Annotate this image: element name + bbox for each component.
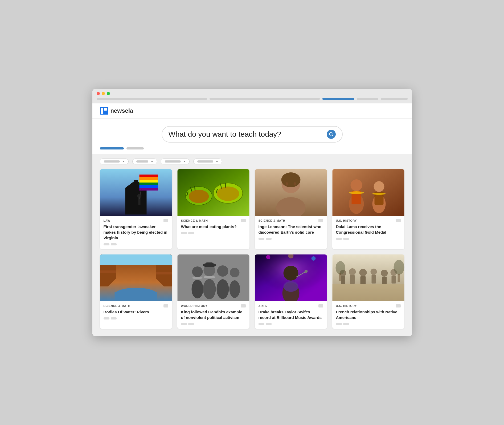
nav-bar-active[interactable]	[322, 98, 354, 100]
card-5[interactable]: SCIENCE & MATH Bodies Of Water: Rivers	[100, 254, 172, 329]
svg-rect-63	[206, 262, 212, 266]
card-8-body: U.S. HISTORY French relationships with N…	[332, 301, 404, 329]
svg-rect-2	[104, 108, 107, 111]
chevron-down-icon-3	[183, 161, 186, 162]
footer-bar-4b	[343, 238, 349, 240]
card-4[interactable]: U.S. HISTORY Dalai Lama receives the Con…	[332, 169, 404, 249]
svg-rect-36	[332, 169, 404, 216]
browser-chrome	[92, 89, 412, 103]
card-2-svg	[177, 169, 249, 216]
maximize-dot[interactable]	[107, 92, 110, 95]
chevron-down-icon-2	[151, 161, 153, 162]
card-5-footer	[104, 317, 168, 319]
filter-dropdown-3[interactable]	[161, 159, 190, 164]
svg-point-37	[350, 179, 362, 191]
svg-point-55	[191, 280, 203, 298]
svg-rect-12	[139, 183, 158, 185]
svg-rect-6	[125, 188, 146, 214]
card-3-footer	[259, 238, 323, 240]
filter-dropdown-2[interactable]	[132, 159, 157, 164]
card-6-badge	[241, 304, 246, 307]
svg-rect-92	[398, 274, 400, 282]
svg-point-72	[283, 281, 298, 292]
card-4-footer	[336, 238, 401, 240]
svg-rect-51	[100, 270, 116, 273]
card-8-footer	[336, 323, 401, 325]
card-8-badge	[396, 304, 401, 307]
footer-bar-1b	[111, 243, 117, 245]
card-3[interactable]: SCIENCE & MATH Inge Lehmann: The scienti…	[255, 169, 327, 249]
card-2[interactable]: SCIENCE & MATH What are meat-eating plan…	[177, 169, 249, 249]
card-6-image	[177, 254, 249, 301]
card-2-title: What are meat-eating plants?	[181, 224, 246, 229]
svg-point-89	[335, 261, 345, 274]
svg-rect-8	[134, 180, 138, 188]
chevron-down-icon-4	[216, 161, 218, 162]
card-1-badge	[163, 219, 168, 222]
svg-rect-86	[382, 277, 387, 284]
footer-bar-8a	[336, 323, 342, 325]
card-2-image	[177, 169, 249, 216]
filter-dropdown-4[interactable]	[193, 159, 222, 164]
svg-point-73	[266, 255, 270, 259]
card-4-image	[332, 169, 404, 216]
svg-point-57	[203, 279, 216, 299]
svg-point-33	[281, 172, 300, 187]
svg-point-59	[216, 279, 229, 299]
browser-nav	[97, 98, 408, 100]
svg-point-35	[293, 182, 296, 185]
svg-point-60	[230, 268, 239, 277]
card-6[interactable]: WORLD HISTORY King followed Gandhi's exa…	[177, 254, 249, 329]
search-bar[interactable]: What do you want to teach today?	[162, 126, 343, 143]
logo[interactable]: newsela	[100, 107, 133, 115]
svg-point-83	[370, 269, 377, 275]
filter-label-2	[136, 160, 148, 163]
card-6-footer	[181, 323, 246, 325]
filter-dropdown-1[interactable]	[100, 159, 129, 164]
browser-dots	[97, 92, 408, 95]
footer-bar-8b	[343, 323, 349, 325]
svg-point-43	[349, 191, 364, 194]
svg-point-54	[192, 266, 203, 277]
svg-rect-9	[139, 175, 158, 177]
footer-bar-7b	[266, 323, 272, 325]
card-7-body: ARTS Drake breaks Taylor Swift's record …	[255, 301, 327, 329]
svg-rect-14	[139, 188, 158, 191]
card-8-category: U.S. HISTORY	[336, 304, 401, 307]
card-6-svg	[177, 254, 249, 301]
nav-bar-3	[357, 98, 378, 100]
card-3-category: SCIENCE & MATH	[259, 219, 323, 222]
tab-inactive[interactable]	[126, 147, 144, 149]
tab-active[interactable]	[100, 147, 124, 149]
svg-point-79	[349, 268, 356, 275]
card-1-footer	[104, 243, 168, 245]
footer-bar-4a	[336, 238, 342, 240]
nav-bar-4	[381, 98, 408, 100]
close-dot[interactable]	[97, 92, 100, 95]
card-5-title: Bodies Of Water: Rivers	[104, 309, 168, 315]
card-1[interactable]: LAW First transgender lawmaker makes his…	[100, 169, 172, 249]
minimize-dot[interactable]	[102, 92, 105, 95]
card-7-title: Drake breaks Taylor Swift's record at Bi…	[259, 309, 323, 320]
svg-rect-82	[360, 276, 366, 284]
svg-point-74	[311, 256, 315, 261]
svg-point-85	[381, 270, 388, 277]
card-3-svg	[255, 169, 327, 216]
svg-rect-10	[139, 177, 158, 180]
card-7[interactable]: ARTS Drake breaks Taylor Swift's record …	[255, 254, 327, 329]
card-3-image	[255, 169, 327, 216]
card-5-image	[100, 254, 172, 301]
card-5-svg	[100, 254, 172, 301]
card-7-footer	[259, 323, 323, 325]
card-6-category: WORLD HISTORY	[181, 304, 246, 307]
svg-point-68	[283, 266, 298, 281]
search-icon[interactable]	[327, 130, 336, 139]
card-7-svg	[255, 254, 327, 301]
svg-rect-52	[156, 272, 172, 274]
svg-point-61	[229, 280, 240, 298]
card-8[interactable]: U.S. HISTORY French relationships with N…	[332, 254, 404, 329]
card-7-category: ARTS	[259, 304, 323, 307]
card-3-body: SCIENCE & MATH Inge Lehmann: The scienti…	[255, 216, 327, 244]
footer-bar-6a	[181, 323, 187, 325]
svg-point-90	[394, 260, 404, 275]
